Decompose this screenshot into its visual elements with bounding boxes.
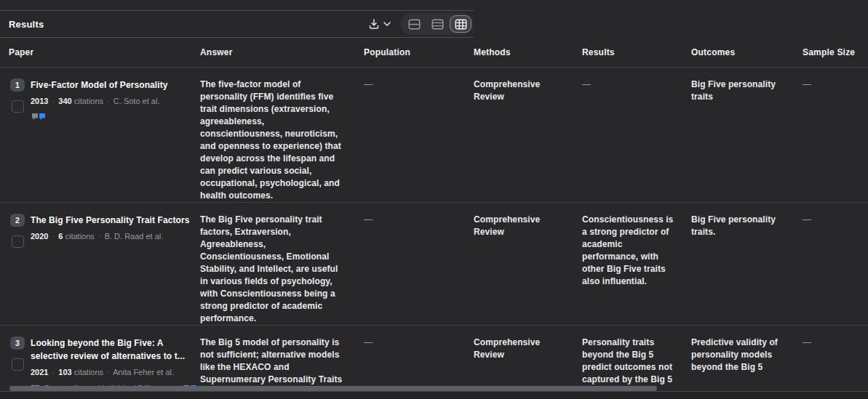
paper-year: 2013 bbox=[31, 97, 48, 105]
column-header-row: Paper Answer Population Methods Results … bbox=[0, 38, 868, 68]
meta-separator: · bbox=[52, 232, 55, 241]
list-view-button[interactable] bbox=[426, 15, 448, 33]
outcomes-cell[interactable]: Big Five personality traits bbox=[682, 68, 794, 202]
meta-separator: · bbox=[107, 97, 110, 105]
paper-authors[interactable]: B. D. Raad et al. bbox=[105, 232, 164, 241]
toolbar-actions bbox=[367, 13, 474, 35]
paper-title[interactable]: The Big Five Personality Trait Factors bbox=[31, 214, 191, 227]
answer-cell[interactable]: The five-factor model of personality (FF… bbox=[191, 68, 355, 202]
outcomes-cell[interactable]: Big Five personality traits. bbox=[682, 203, 794, 325]
paper-cell: 2 The Big Five Personality Trait Factors… bbox=[0, 203, 191, 325]
paper-title[interactable]: Five-Factor Model of Personality bbox=[31, 78, 191, 92]
row-number-badge: 3 bbox=[10, 336, 25, 350]
column-header-methods[interactable]: Methods bbox=[465, 47, 573, 57]
horizontal-scrollbar-thumb[interactable] bbox=[9, 386, 657, 391]
citations-label: citations bbox=[74, 97, 103, 105]
paper-authors[interactable]: Anita Feher et al. bbox=[113, 368, 174, 376]
citations-label: citations bbox=[74, 368, 103, 376]
population-cell[interactable]: — bbox=[355, 68, 465, 202]
meta-separator: · bbox=[107, 368, 110, 376]
row-checkbox[interactable] bbox=[12, 358, 24, 371]
download-icon bbox=[368, 18, 380, 30]
results-table-view: Results bbox=[0, 0, 868, 399]
row-number-badge: 2 bbox=[10, 214, 25, 227]
citation-count: 103 bbox=[58, 368, 71, 376]
paper-meta: 2020 · 6 citations · B. D. Raad et al. bbox=[31, 230, 191, 243]
table-row: 2 The Big Five Personality Trait Factors… bbox=[0, 203, 868, 326]
download-button[interactable] bbox=[367, 15, 392, 33]
paper-cell: 1 Five-Factor Model of Personality 2013 … bbox=[0, 68, 191, 202]
chevron-down-icon bbox=[383, 22, 391, 26]
citation-count: 6 bbox=[58, 232, 63, 241]
methods-cell[interactable]: Comprehensive Review bbox=[465, 203, 573, 325]
column-header-paper[interactable]: Paper bbox=[0, 47, 191, 57]
sample-size-cell[interactable]: — bbox=[794, 203, 868, 325]
results-cell[interactable]: Conscientiousness is a strong predictor … bbox=[573, 203, 682, 325]
paper-year: 2021 bbox=[31, 368, 48, 376]
quotes-icon[interactable] bbox=[31, 113, 47, 121]
table-row: 1 Five-Factor Model of Personality 2013 … bbox=[0, 68, 868, 203]
row-checkbox[interactable] bbox=[12, 235, 24, 248]
column-header-outcomes[interactable]: Outcomes bbox=[682, 47, 794, 57]
split-view-button[interactable] bbox=[403, 15, 425, 33]
table-view-button[interactable] bbox=[450, 15, 471, 33]
sample-size-cell[interactable]: — bbox=[794, 68, 868, 202]
citations-label: citations bbox=[65, 232, 94, 241]
view-toggle bbox=[401, 13, 474, 35]
paper-year: 2020 bbox=[31, 232, 48, 241]
population-cell[interactable]: — bbox=[355, 203, 465, 325]
paper-title[interactable]: Looking beyond the Big Five: A selective… bbox=[31, 336, 199, 363]
column-header-population[interactable]: Population bbox=[355, 47, 465, 57]
methods-cell[interactable]: Comprehensive Review bbox=[465, 68, 573, 202]
paper-meta: 2013 · 340 citations · C. Soto et al. bbox=[31, 95, 191, 108]
bottom-gutter bbox=[0, 392, 868, 399]
row-checkbox[interactable] bbox=[12, 100, 24, 113]
column-header-results[interactable]: Results bbox=[573, 47, 682, 57]
row-number-badge: 1 bbox=[10, 78, 25, 92]
paper-authors[interactable]: C. Soto et al. bbox=[114, 97, 160, 105]
answer-cell[interactable]: The Big Five personality trait factors, … bbox=[191, 203, 355, 325]
meta-separator: · bbox=[52, 97, 55, 105]
meta-separator: · bbox=[98, 232, 101, 241]
table-body: 1 Five-Factor Model of Personality 2013 … bbox=[0, 68, 868, 399]
results-cell[interactable]: — bbox=[573, 68, 682, 202]
column-header-answer[interactable]: Answer bbox=[191, 47, 355, 57]
results-toolbar: Results bbox=[0, 10, 474, 38]
column-header-sample-size[interactable]: Sample Size bbox=[794, 47, 868, 57]
citation-count: 340 bbox=[58, 97, 71, 105]
paper-meta: 2021 · 103 citations · Anita Feher et al… bbox=[31, 366, 199, 379]
meta-separator: · bbox=[52, 368, 55, 376]
page-title: Results bbox=[9, 19, 44, 30]
